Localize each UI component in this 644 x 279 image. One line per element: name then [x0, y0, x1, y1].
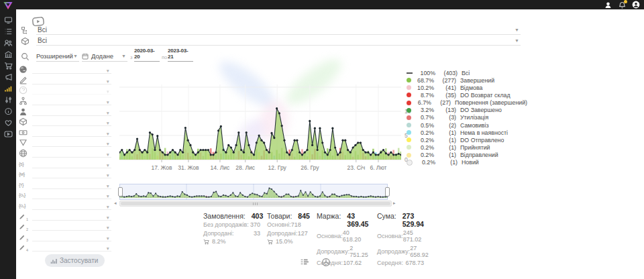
- field-o1-icon: {о₁}: [19, 190, 28, 199]
- payment-icon: [19, 128, 28, 137]
- globe-dark-icon: [19, 65, 28, 74]
- legend-item[interactable]: 0.2%(1)Нема в наявності: [407, 129, 527, 136]
- legend-item[interactable]: 100%(403)Всі: [407, 69, 527, 76]
- filter-select-field-s[interactable]: {s}▼: [19, 158, 110, 169]
- chevron-down-icon: ▼: [106, 246, 110, 251]
- product-filter-select[interactable]: Всі ▼: [36, 36, 521, 46]
- sidebar-item-support[interactable]: [3, 119, 13, 127]
- search-mode-select[interactable]: Розширений ▼: [36, 51, 79, 62]
- date-to-input[interactable]: 2023-03-21: [168, 51, 193, 62]
- chevron-down-icon: ▼: [106, 173, 110, 178]
- filter-select-person[interactable]: ▼: [19, 106, 110, 117]
- filter-select-line: [32, 212, 111, 221]
- filter-select-pencil-1[interactable]: 1▼: [19, 211, 110, 221]
- legend-item[interactable]: 6.7%(27)Повернення (завершений): [407, 99, 527, 107]
- date-from-input[interactable]: 2020-03-20: [134, 51, 160, 62]
- filter-select-pencil-4[interactable]: 4▼: [19, 242, 110, 253]
- filter-select-product[interactable]: ▼: [19, 117, 110, 127]
- legend-item[interactable]: 0.2%(1)DO Отправлено: [407, 136, 527, 144]
- legend-item[interactable]: 0.2%(1)Новий: [407, 159, 527, 166]
- date-field-select[interactable]: Додане ▼: [82, 51, 127, 62]
- sidebar-item-cart[interactable]: [3, 62, 13, 70]
- products-view-icon[interactable]: [321, 258, 331, 267]
- legend-label: Всі: [462, 70, 470, 76]
- legend-item[interactable]: 10.2%(41)Відмова: [407, 84, 527, 91]
- legend-pct: 68.7%: [411, 77, 434, 84]
- bell-icon[interactable]: [618, 1, 626, 9]
- date-from-value: 2020-03-20: [134, 48, 160, 61]
- filter-select-field-o1[interactable]: {о₁}▼: [19, 190, 110, 201]
- legend-label: Відмова: [460, 85, 482, 91]
- filter-select-globe[interactable]: ▼: [19, 148, 110, 159]
- navigator-handle-right[interactable]: [385, 187, 390, 197]
- filter-select-pencil-3[interactable]: 3▼: [19, 232, 110, 243]
- x-tick-label: 26. Гру: [301, 164, 319, 171]
- stat-sublabel: Без допродажів:: [203, 221, 249, 228]
- sidebar-item-marketing[interactable]: [3, 73, 13, 81]
- x-tick-label: 31. Жов: [178, 164, 199, 171]
- legend-pct: 0.2%: [413, 159, 435, 166]
- filter-select-globe-dark[interactable]: ▼: [19, 64, 110, 75]
- sidebar-item-screen[interactable]: [3, 16, 13, 24]
- chevron-down-icon: ▼: [106, 121, 110, 125]
- legend-item[interactable]: 8.7%(35)DO Возврат склад: [407, 91, 527, 99]
- apply-button-label: Застосувати: [60, 257, 98, 264]
- user-icon[interactable]: [604, 1, 612, 9]
- stat-value: 403: [252, 212, 264, 220]
- filter-select-field-m[interactable]: {м}▼: [19, 169, 110, 180]
- legend-item[interactable]: 3.2%(13)DO Завершено: [407, 107, 527, 114]
- signature-icon: [19, 76, 28, 85]
- orders-dynamics-chart[interactable]: [119, 66, 401, 166]
- app-logo[interactable]: [3, 1, 13, 9]
- stat-title: Маржа:: [317, 212, 341, 220]
- apply-button[interactable]: Застосувати: [45, 254, 105, 267]
- stat-title: Замовлення:: [203, 212, 246, 220]
- x-tick-label: 14. Лис: [211, 164, 230, 171]
- sidebar-item-customers[interactable]: [3, 39, 13, 47]
- legend-dot-swatch: [407, 108, 411, 113]
- filter-select-line: [32, 180, 111, 189]
- filter-select-help[interactable]: ▼: [19, 85, 110, 96]
- scroll-left-icon[interactable]: ◂: [114, 201, 117, 205]
- legend-pct: 0.7%: [411, 114, 434, 121]
- filter-select-field-o2[interactable]: {о₂}▼: [19, 201, 110, 211]
- sidebar-item-analytics[interactable]: [3, 85, 13, 93]
- pencil-3-icon: 3: [19, 233, 28, 241]
- avatar-icon[interactable]: [632, 1, 640, 9]
- stat-subrow: Без допродажів:370: [203, 221, 260, 228]
- sidebar-item-info[interactable]: [3, 107, 13, 115]
- filter-select-field-t[interactable]: {т}▼: [19, 180, 110, 190]
- filter-select-pencil-2[interactable]: 2▼: [19, 221, 110, 232]
- filter-panel: ▼▼▼▼▼▼▼▼▼{s}▼{м}▼{т}▼{о₁}▼{о₂}▼1▼2▼3▼4▼: [19, 64, 110, 253]
- sidebar-item-video[interactable]: [3, 130, 13, 138]
- stat-sublabel: Середня:: [377, 260, 403, 266]
- scroll-right-icon[interactable]: ▸: [393, 201, 396, 205]
- status-filter-select[interactable]: Всі ▼: [36, 25, 521, 35]
- legend-item[interactable]: 68.7%(277)Завершений: [407, 76, 527, 84]
- legend-count: (1): [434, 144, 456, 151]
- legend-dot-swatch: [407, 78, 411, 82]
- legend-item[interactable]: 0.7%(3)Утилізація: [407, 114, 527, 121]
- filter-select-payment[interactable]: ▼: [19, 127, 110, 138]
- sidebar-item-orders[interactable]: [3, 27, 13, 36]
- legend-item[interactable]: 0.2%(1)Прийнятий: [407, 144, 527, 151]
- pencil-4-icon: 4: [19, 243, 28, 252]
- legend-count: (41): [434, 85, 456, 91]
- filter-select-structure[interactable]: ▼: [19, 96, 110, 107]
- sidebar-item-warehouse[interactable]: [3, 50, 13, 58]
- filter-select-line: [32, 97, 111, 105]
- field-m-icon: {м}: [19, 170, 28, 178]
- list-view-icon[interactable]: [300, 258, 309, 267]
- filter-select-signature[interactable]: ▼: [19, 75, 110, 86]
- navigator-selection[interactable]: [119, 184, 388, 200]
- filter-select-line: [32, 117, 111, 126]
- navigator-handle-left[interactable]: [118, 187, 123, 197]
- legend-item[interactable]: 0.5%(2)Самовивіз: [407, 121, 527, 129]
- field-t-icon: {т}: [19, 180, 28, 189]
- filter-select-funnel[interactable]: ▼: [19, 137, 110, 148]
- scrollbar-thumb[interactable]: [121, 202, 390, 205]
- legend-item[interactable]: 0.2%(1)Відправлений: [407, 152, 527, 159]
- legend-label: Завершений: [460, 77, 494, 84]
- sidebar-item-tune[interactable]: [3, 96, 13, 104]
- navigator-scrollbar[interactable]: [119, 201, 392, 207]
